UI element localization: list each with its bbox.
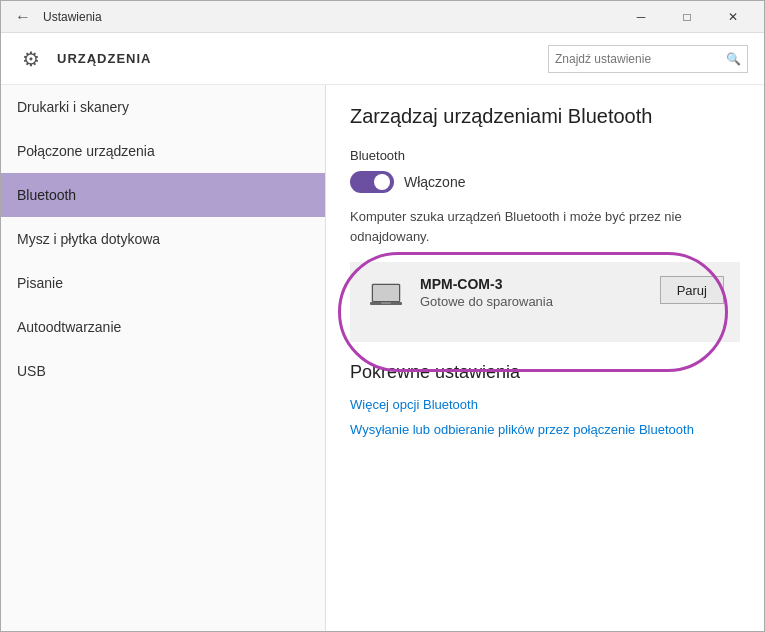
content-area: Zarządzaj urządzeniami Bluetooth Bluetoo… bbox=[326, 85, 764, 632]
section-title: URZĄDZENIA bbox=[57, 51, 548, 66]
device-info: MPM-COM-3 Gotowe do sparowania bbox=[420, 276, 660, 309]
page-title: Zarządzaj urządzeniami Bluetooth bbox=[350, 105, 740, 128]
device-status: Gotowe do sparowania bbox=[420, 294, 660, 309]
window-controls: ─ □ ✕ bbox=[618, 1, 756, 33]
device-name: MPM-COM-3 bbox=[420, 276, 660, 292]
related-settings-title: Pokrewne ustawienia bbox=[350, 362, 740, 383]
close-button[interactable]: ✕ bbox=[710, 1, 756, 33]
sidebar-item-usb[interactable]: USB bbox=[1, 349, 325, 393]
bluetooth-toggle[interactable] bbox=[350, 171, 394, 193]
sidebar-item-typing[interactable]: Pisanie bbox=[1, 261, 325, 305]
back-button[interactable]: ← bbox=[9, 3, 37, 31]
bluetooth-section-label: Bluetooth bbox=[350, 148, 740, 163]
device-action: Paruj bbox=[660, 276, 724, 308]
sidebar-item-printers[interactable]: Drukarki i skanery bbox=[1, 85, 325, 129]
search-box[interactable]: 🔍 bbox=[548, 45, 748, 73]
gear-icon: ⚙ bbox=[17, 45, 45, 73]
bluetooth-toggle-row: Włączone bbox=[350, 171, 740, 193]
main-layout: Drukarki i skanery Połączone urządzenia … bbox=[1, 85, 764, 632]
bluetooth-description: Komputer szuka urządzeń Bluetooth i może… bbox=[350, 207, 740, 246]
sidebar-item-autoplay[interactable]: Autoodtwarzanie bbox=[1, 305, 325, 349]
sidebar-item-mouse[interactable]: Mysz i płytka dotykowa bbox=[1, 217, 325, 261]
toggle-thumb bbox=[374, 174, 390, 190]
header-row: ⚙ URZĄDZENIA 🔍 bbox=[1, 33, 764, 85]
svg-rect-1 bbox=[373, 285, 399, 301]
related-link-more-options[interactable]: Więcej opcji Bluetooth bbox=[350, 397, 740, 412]
search-icon: 🔍 bbox=[726, 52, 741, 66]
minimize-button[interactable]: ─ bbox=[618, 1, 664, 33]
sidebar-item-bluetooth[interactable]: Bluetooth bbox=[1, 173, 325, 217]
sidebar: Drukarki i skanery Połączone urządzenia … bbox=[1, 85, 326, 632]
device-icon bbox=[366, 276, 406, 316]
svg-rect-3 bbox=[381, 302, 391, 304]
maximize-button[interactable]: □ bbox=[664, 1, 710, 33]
search-input[interactable] bbox=[555, 52, 726, 66]
pair-button[interactable]: Paruj bbox=[660, 276, 724, 304]
related-link-send-files[interactable]: Wysyłanie lub odbieranie plików przez po… bbox=[350, 422, 740, 437]
window-title: Ustawienia bbox=[43, 10, 618, 24]
device-card: MPM-COM-3 Gotowe do sparowania Paruj bbox=[350, 262, 740, 342]
sidebar-item-connected[interactable]: Połączone urządzenia bbox=[1, 129, 325, 173]
toggle-track[interactable] bbox=[350, 171, 394, 193]
device-card-wrapper: MPM-COM-3 Gotowe do sparowania Paruj bbox=[350, 262, 740, 342]
device-svg-icon bbox=[368, 278, 404, 314]
toggle-label: Włączone bbox=[404, 174, 465, 190]
title-bar: ← Ustawienia ─ □ ✕ bbox=[1, 1, 764, 33]
